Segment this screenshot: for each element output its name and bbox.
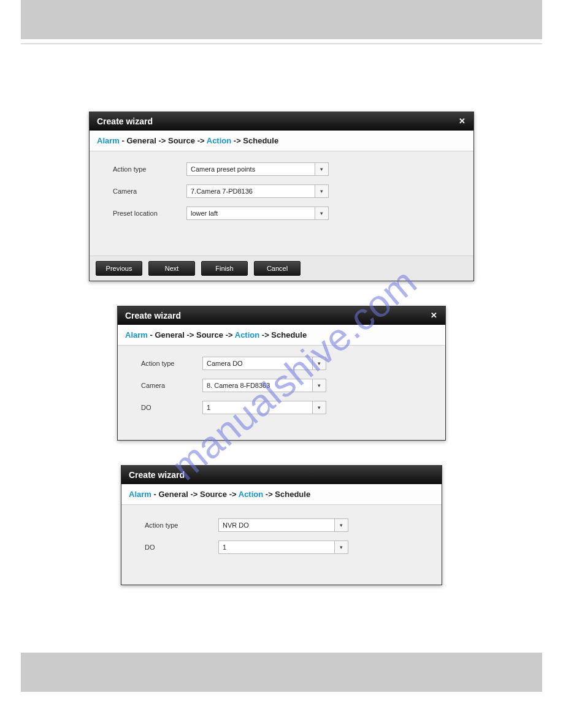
camera-value: 7.Camera 7-PD8136	[186, 184, 315, 198]
action-type-select[interactable]: NVR DO ▾	[218, 518, 348, 532]
crumb-sep: ->	[223, 330, 235, 339]
action-type-label: Action type	[145, 521, 218, 529]
crumb-schedule: Schedule	[243, 136, 278, 145]
create-wizard-dialog-1: Create wizard ✕ Alarm - General -> Sourc…	[89, 112, 474, 281]
camera-select[interactable]: 8. Camera 8-FD8363 ▾	[202, 379, 326, 392]
crumb-source: Source	[168, 136, 195, 145]
chevron-down-icon[interactable]: ▾	[335, 540, 348, 554]
do-row: DO 1 ▾	[145, 540, 429, 554]
chevron-down-icon[interactable]: ▾	[315, 184, 329, 198]
previous-button[interactable]: Previous	[96, 261, 142, 276]
do-value: 1	[218, 540, 335, 554]
action-type-label: Action type	[113, 165, 186, 173]
page-header-bar	[21, 0, 542, 39]
crumb-dash: -	[151, 490, 159, 499]
do-label: DO	[141, 404, 202, 411]
create-wizard-dialog-3: Create wizard Alarm - General -> Source …	[121, 465, 442, 585]
wizard-breadcrumb: Alarm - General -> Source -> Action -> S…	[121, 484, 442, 505]
close-icon[interactable]: ✕	[458, 116, 466, 126]
crumb-sep: ->	[227, 490, 239, 499]
crumb-general: General	[158, 490, 188, 499]
crumb-action: Action	[239, 490, 263, 499]
dialog-title: Create wizard	[125, 311, 181, 320]
camera-row: Camera 7.Camera 7-PD8136 ▾	[113, 184, 461, 198]
crumb-sep: ->	[263, 490, 275, 499]
action-type-label: Action type	[141, 360, 202, 367]
finish-button[interactable]: Finish	[201, 261, 248, 276]
chevron-down-icon[interactable]: ▾	[315, 162, 329, 176]
crumb-schedule: Schedule	[275, 490, 310, 499]
dialog-titlebar: Create wizard ✕	[118, 306, 445, 325]
crumb-schedule: Schedule	[271, 330, 307, 339]
wizard-breadcrumb: Alarm - General -> Source -> Action -> S…	[90, 131, 473, 151]
chevron-down-icon[interactable]: ▾	[315, 207, 329, 220]
page-content: Create wizard ✕ Alarm - General -> Sourc…	[0, 44, 563, 585]
dialog-titlebar: Create wizard	[121, 466, 442, 484]
action-type-row: Action type Camera DO ▾	[141, 357, 433, 370]
camera-label: Camera	[113, 188, 186, 195]
crumb-action: Action	[235, 330, 259, 339]
preset-location-select[interactable]: lower laft ▾	[186, 207, 329, 220]
cancel-button[interactable]: Cancel	[254, 261, 301, 276]
action-type-value: Camera DO	[202, 357, 313, 370]
crumb-sep: ->	[195, 136, 207, 145]
chevron-down-icon[interactable]: ▾	[313, 401, 326, 414]
do-select[interactable]: 1 ▾	[202, 401, 326, 414]
crumb-source: Source	[200, 490, 227, 499]
action-type-row: Action type NVR DO ▾	[145, 518, 429, 532]
preset-location-value: lower laft	[186, 207, 315, 220]
create-wizard-dialog-2: Create wizard ✕ Alarm - General -> Sourc…	[117, 306, 446, 441]
crumb-action: Action	[207, 136, 231, 145]
preset-location-row: Preset location lower laft ▾	[113, 207, 461, 220]
dialog-title: Create wizard	[129, 470, 185, 480]
dialog-titlebar: Create wizard ✕	[90, 112, 473, 131]
wizard-form-body: Action type Camera preset points ▾ Camer…	[90, 151, 473, 256]
do-select[interactable]: 1 ▾	[218, 540, 348, 554]
crumb-sep: ->	[231, 136, 243, 145]
crumb-alarm: Alarm	[97, 136, 120, 145]
wizard-button-bar: Previous Next Finish Cancel	[90, 256, 473, 281]
crumb-sep: ->	[188, 490, 200, 499]
do-row: DO 1 ▾	[141, 401, 433, 414]
action-type-value: NVR DO	[218, 518, 335, 532]
chevron-down-icon[interactable]: ▾	[313, 379, 326, 392]
camera-row: Camera 8. Camera 8-FD8363 ▾	[141, 379, 433, 392]
crumb-dash: -	[148, 330, 155, 339]
crumb-sep: ->	[185, 330, 196, 339]
next-button[interactable]: Next	[148, 261, 195, 276]
dialog-title: Create wizard	[97, 116, 153, 126]
page-footer-bar	[21, 653, 542, 692]
chevron-down-icon[interactable]: ▾	[313, 357, 326, 370]
crumb-general: General	[126, 136, 156, 145]
action-type-select[interactable]: Camera DO ▾	[202, 357, 326, 370]
do-label: DO	[145, 544, 218, 551]
camera-label: Camera	[141, 382, 202, 389]
crumb-source: Source	[196, 330, 223, 339]
crumb-sep: ->	[259, 330, 271, 339]
crumb-alarm: Alarm	[125, 330, 148, 339]
wizard-form-body: Action type NVR DO ▾ DO 1 ▾	[121, 505, 442, 585]
crumb-general: General	[155, 330, 184, 339]
crumb-alarm: Alarm	[129, 490, 151, 499]
crumb-sep: ->	[156, 136, 168, 145]
wizard-breadcrumb: Alarm - General -> Source -> Action -> S…	[118, 325, 445, 346]
action-type-row: Action type Camera preset points ▾	[113, 162, 461, 176]
camera-select[interactable]: 7.Camera 7-PD8136 ▾	[186, 184, 329, 198]
close-icon[interactable]: ✕	[429, 311, 438, 320]
chevron-down-icon[interactable]: ▾	[335, 518, 348, 532]
preset-location-label: Preset location	[113, 210, 186, 217]
do-value: 1	[202, 401, 313, 414]
crumb-dash: -	[120, 136, 127, 145]
wizard-form-body: Action type Camera DO ▾ Camera 8. Camera…	[118, 346, 445, 440]
action-type-select[interactable]: Camera preset points ▾	[186, 162, 329, 176]
action-type-value: Camera preset points	[186, 162, 315, 176]
camera-value: 8. Camera 8-FD8363	[202, 379, 313, 392]
